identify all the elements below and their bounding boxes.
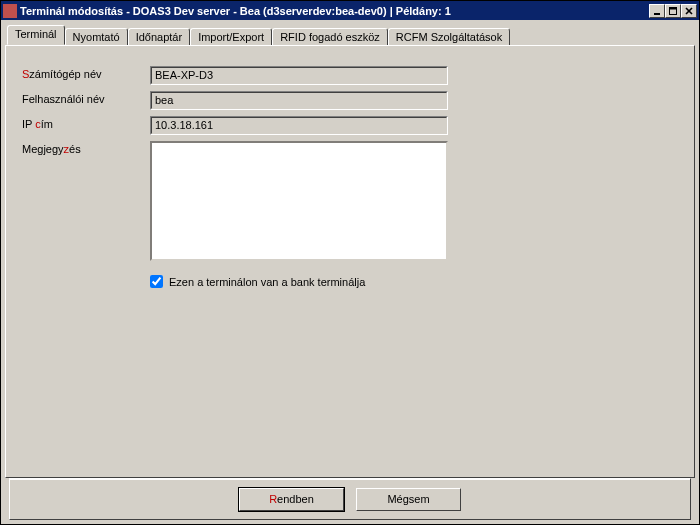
close-button[interactable] [681, 4, 697, 18]
tab-rcfm[interactable]: RCFM Szolgáltatások [388, 28, 510, 46]
app-icon [3, 4, 17, 18]
client-area: Terminál Nyomtató Időnaptár Import/Expor… [1, 20, 699, 524]
computer-name-field: BEA-XP-D3 [150, 66, 448, 85]
bank-terminal-checkbox[interactable] [150, 275, 163, 288]
tab-calendar[interactable]: Időnaptár [128, 28, 190, 46]
window-controls [649, 4, 697, 18]
note-textarea[interactable] [150, 141, 448, 261]
titlebar: Terminál módosítás - DOAS3 Dev server - … [1, 1, 699, 20]
minimize-button[interactable] [649, 4, 665, 18]
dialog-window: Terminál módosítás - DOAS3 Dev server - … [0, 0, 700, 525]
ok-button[interactable]: Rendben [239, 488, 344, 511]
tab-strip: Terminál Nyomtató Időnaptár Import/Expor… [5, 26, 695, 45]
button-bar: Rendben Mégsem [9, 478, 691, 520]
maximize-button[interactable] [665, 4, 681, 18]
user-name-field: bea [150, 91, 448, 110]
computer-name-label: Számítógép név [22, 66, 150, 80]
ip-address-label: IP cím [22, 116, 150, 130]
cancel-button[interactable]: Mégsem [356, 488, 461, 511]
note-label: Megjegyzés [22, 141, 150, 155]
user-name-label: Felhasználói név [22, 91, 150, 105]
tab-panel-terminal: Számítógép név BEA-XP-D3 Felhasználói né… [5, 45, 695, 478]
tab-rfid[interactable]: RFID fogadó eszköz [272, 28, 388, 46]
tab-import-export[interactable]: Import/Export [190, 28, 272, 46]
titlebar-text: Terminál módosítás - DOAS3 Dev server - … [20, 5, 649, 17]
tab-printer[interactable]: Nyomtató [65, 28, 128, 46]
bank-terminal-label: Ezen a terminálon van a bank terminálja [169, 276, 365, 288]
tab-terminal[interactable]: Terminál [7, 25, 65, 45]
ip-address-field: 10.3.18.161 [150, 116, 448, 135]
